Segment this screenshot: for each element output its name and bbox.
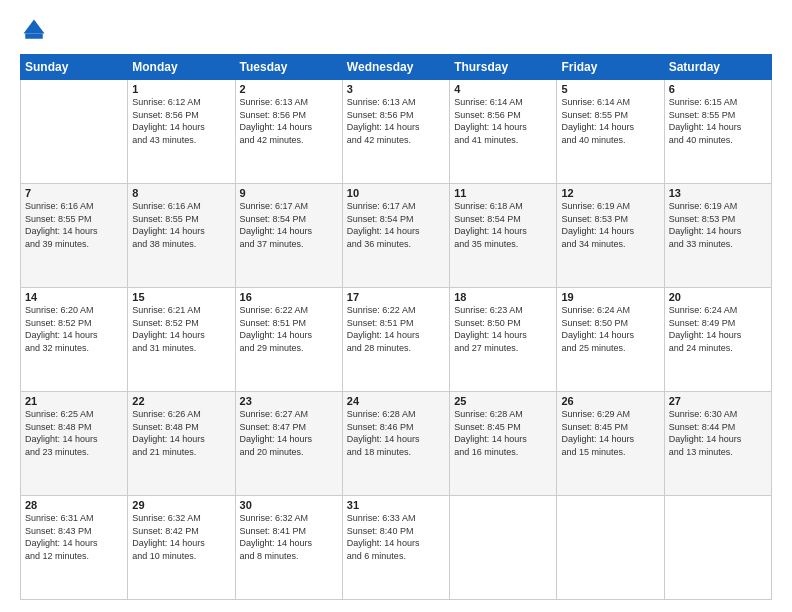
header [20, 16, 772, 44]
calendar-cell: 6Sunrise: 6:15 AM Sunset: 8:55 PM Daylig… [664, 80, 771, 184]
day-info: Sunrise: 6:17 AM Sunset: 8:54 PM Dayligh… [240, 200, 338, 250]
calendar-cell: 25Sunrise: 6:28 AM Sunset: 8:45 PM Dayli… [450, 392, 557, 496]
calendar-cell: 26Sunrise: 6:29 AM Sunset: 8:45 PM Dayli… [557, 392, 664, 496]
day-number: 11 [454, 187, 552, 199]
day-number: 5 [561, 83, 659, 95]
day-number: 7 [25, 187, 123, 199]
calendar-cell: 29Sunrise: 6:32 AM Sunset: 8:42 PM Dayli… [128, 496, 235, 600]
calendar-week-1: 1Sunrise: 6:12 AM Sunset: 8:56 PM Daylig… [21, 80, 772, 184]
day-number: 23 [240, 395, 338, 407]
calendar-week-2: 7Sunrise: 6:16 AM Sunset: 8:55 PM Daylig… [21, 184, 772, 288]
weekday-header-wednesday: Wednesday [342, 55, 449, 80]
day-info: Sunrise: 6:14 AM Sunset: 8:55 PM Dayligh… [561, 96, 659, 146]
weekday-header-tuesday: Tuesday [235, 55, 342, 80]
calendar-cell: 19Sunrise: 6:24 AM Sunset: 8:50 PM Dayli… [557, 288, 664, 392]
day-info: Sunrise: 6:20 AM Sunset: 8:52 PM Dayligh… [25, 304, 123, 354]
day-info: Sunrise: 6:30 AM Sunset: 8:44 PM Dayligh… [669, 408, 767, 458]
calendar-cell: 15Sunrise: 6:21 AM Sunset: 8:52 PM Dayli… [128, 288, 235, 392]
logo [20, 16, 52, 44]
day-number: 3 [347, 83, 445, 95]
day-info: Sunrise: 6:25 AM Sunset: 8:48 PM Dayligh… [25, 408, 123, 458]
day-info: Sunrise: 6:32 AM Sunset: 8:41 PM Dayligh… [240, 512, 338, 562]
day-info: Sunrise: 6:32 AM Sunset: 8:42 PM Dayligh… [132, 512, 230, 562]
day-number: 26 [561, 395, 659, 407]
day-number: 29 [132, 499, 230, 511]
day-number: 31 [347, 499, 445, 511]
day-number: 2 [240, 83, 338, 95]
day-number: 13 [669, 187, 767, 199]
day-number: 14 [25, 291, 123, 303]
calendar-cell: 13Sunrise: 6:19 AM Sunset: 8:53 PM Dayli… [664, 184, 771, 288]
calendar-cell: 12Sunrise: 6:19 AM Sunset: 8:53 PM Dayli… [557, 184, 664, 288]
day-info: Sunrise: 6:23 AM Sunset: 8:50 PM Dayligh… [454, 304, 552, 354]
day-number: 30 [240, 499, 338, 511]
day-info: Sunrise: 6:28 AM Sunset: 8:45 PM Dayligh… [454, 408, 552, 458]
calendar-cell: 20Sunrise: 6:24 AM Sunset: 8:49 PM Dayli… [664, 288, 771, 392]
day-number: 25 [454, 395, 552, 407]
calendar-cell: 27Sunrise: 6:30 AM Sunset: 8:44 PM Dayli… [664, 392, 771, 496]
calendar-cell: 5Sunrise: 6:14 AM Sunset: 8:55 PM Daylig… [557, 80, 664, 184]
day-number: 9 [240, 187, 338, 199]
page: SundayMondayTuesdayWednesdayThursdayFrid… [0, 0, 792, 612]
day-number: 18 [454, 291, 552, 303]
logo-icon [20, 16, 48, 44]
calendar-cell: 11Sunrise: 6:18 AM Sunset: 8:54 PM Dayli… [450, 184, 557, 288]
calendar-cell [557, 496, 664, 600]
day-number: 6 [669, 83, 767, 95]
calendar-cell: 2Sunrise: 6:13 AM Sunset: 8:56 PM Daylig… [235, 80, 342, 184]
day-info: Sunrise: 6:19 AM Sunset: 8:53 PM Dayligh… [669, 200, 767, 250]
day-info: Sunrise: 6:22 AM Sunset: 8:51 PM Dayligh… [347, 304, 445, 354]
day-number: 17 [347, 291, 445, 303]
calendar-cell: 9Sunrise: 6:17 AM Sunset: 8:54 PM Daylig… [235, 184, 342, 288]
day-info: Sunrise: 6:24 AM Sunset: 8:50 PM Dayligh… [561, 304, 659, 354]
weekday-header-sunday: Sunday [21, 55, 128, 80]
day-info: Sunrise: 6:27 AM Sunset: 8:47 PM Dayligh… [240, 408, 338, 458]
calendar-cell: 1Sunrise: 6:12 AM Sunset: 8:56 PM Daylig… [128, 80, 235, 184]
day-info: Sunrise: 6:26 AM Sunset: 8:48 PM Dayligh… [132, 408, 230, 458]
calendar-table: SundayMondayTuesdayWednesdayThursdayFrid… [20, 54, 772, 600]
calendar-cell: 21Sunrise: 6:25 AM Sunset: 8:48 PM Dayli… [21, 392, 128, 496]
day-info: Sunrise: 6:29 AM Sunset: 8:45 PM Dayligh… [561, 408, 659, 458]
calendar-cell: 17Sunrise: 6:22 AM Sunset: 8:51 PM Dayli… [342, 288, 449, 392]
calendar-cell [450, 496, 557, 600]
calendar-cell: 31Sunrise: 6:33 AM Sunset: 8:40 PM Dayli… [342, 496, 449, 600]
calendar-cell: 14Sunrise: 6:20 AM Sunset: 8:52 PM Dayli… [21, 288, 128, 392]
calendar-week-3: 14Sunrise: 6:20 AM Sunset: 8:52 PM Dayli… [21, 288, 772, 392]
day-info: Sunrise: 6:16 AM Sunset: 8:55 PM Dayligh… [25, 200, 123, 250]
day-info: Sunrise: 6:12 AM Sunset: 8:56 PM Dayligh… [132, 96, 230, 146]
day-info: Sunrise: 6:13 AM Sunset: 8:56 PM Dayligh… [347, 96, 445, 146]
svg-rect-1 [25, 34, 43, 39]
day-info: Sunrise: 6:19 AM Sunset: 8:53 PM Dayligh… [561, 200, 659, 250]
weekday-header-row: SundayMondayTuesdayWednesdayThursdayFrid… [21, 55, 772, 80]
weekday-header-monday: Monday [128, 55, 235, 80]
calendar-cell: 22Sunrise: 6:26 AM Sunset: 8:48 PM Dayli… [128, 392, 235, 496]
calendar-cell: 4Sunrise: 6:14 AM Sunset: 8:56 PM Daylig… [450, 80, 557, 184]
day-info: Sunrise: 6:21 AM Sunset: 8:52 PM Dayligh… [132, 304, 230, 354]
svg-marker-0 [24, 20, 45, 34]
day-info: Sunrise: 6:16 AM Sunset: 8:55 PM Dayligh… [132, 200, 230, 250]
calendar-cell: 24Sunrise: 6:28 AM Sunset: 8:46 PM Dayli… [342, 392, 449, 496]
day-info: Sunrise: 6:22 AM Sunset: 8:51 PM Dayligh… [240, 304, 338, 354]
calendar-cell: 10Sunrise: 6:17 AM Sunset: 8:54 PM Dayli… [342, 184, 449, 288]
weekday-header-saturday: Saturday [664, 55, 771, 80]
day-number: 10 [347, 187, 445, 199]
weekday-header-friday: Friday [557, 55, 664, 80]
day-info: Sunrise: 6:17 AM Sunset: 8:54 PM Dayligh… [347, 200, 445, 250]
day-number: 1 [132, 83, 230, 95]
calendar-cell: 23Sunrise: 6:27 AM Sunset: 8:47 PM Dayli… [235, 392, 342, 496]
day-info: Sunrise: 6:13 AM Sunset: 8:56 PM Dayligh… [240, 96, 338, 146]
day-info: Sunrise: 6:31 AM Sunset: 8:43 PM Dayligh… [25, 512, 123, 562]
calendar-cell: 7Sunrise: 6:16 AM Sunset: 8:55 PM Daylig… [21, 184, 128, 288]
calendar-cell: 30Sunrise: 6:32 AM Sunset: 8:41 PM Dayli… [235, 496, 342, 600]
weekday-header-thursday: Thursday [450, 55, 557, 80]
day-number: 12 [561, 187, 659, 199]
day-info: Sunrise: 6:24 AM Sunset: 8:49 PM Dayligh… [669, 304, 767, 354]
calendar-cell: 8Sunrise: 6:16 AM Sunset: 8:55 PM Daylig… [128, 184, 235, 288]
day-number: 22 [132, 395, 230, 407]
day-number: 20 [669, 291, 767, 303]
calendar-cell: 3Sunrise: 6:13 AM Sunset: 8:56 PM Daylig… [342, 80, 449, 184]
day-number: 8 [132, 187, 230, 199]
day-number: 4 [454, 83, 552, 95]
day-number: 15 [132, 291, 230, 303]
calendar-cell: 16Sunrise: 6:22 AM Sunset: 8:51 PM Dayli… [235, 288, 342, 392]
